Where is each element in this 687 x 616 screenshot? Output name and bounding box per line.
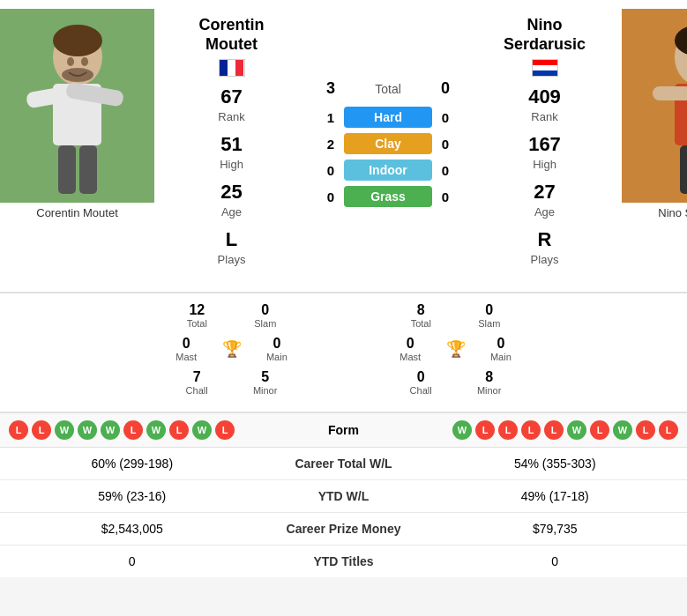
surface-score-left: 2	[317, 137, 344, 152]
stats-left-0: 60% (299-198)	[0, 456, 265, 471]
surface-row-clay: 2 Clay 0	[317, 133, 459, 154]
stats-right-3: 0	[423, 554, 688, 568]
svg-rect-5	[58, 145, 76, 194]
right-high: 167 High	[476, 133, 613, 172]
stats-right-1: 49% (17-18)	[423, 489, 688, 503]
extra-stats-row: 12 Total 0 Slam 0 Mast 🏆 0 Main	[0, 293, 687, 413]
form-badge-left-7: L	[169, 420, 189, 440]
left-mast: 0 Mast	[175, 336, 197, 362]
form-badge-left-6: W	[146, 420, 166, 440]
right-titles-slam: 8 Total 0 Slam	[387, 302, 524, 329]
left-chall: 7 Chall	[186, 369, 208, 396]
form-badge-right-1: L	[475, 420, 495, 440]
stats-left-2: $2,543,005	[0, 522, 265, 536]
right-main: 0 Main	[490, 336, 512, 362]
left-rank: 67 Rank	[163, 85, 300, 124]
surface-row-hard: 1 Hard 0	[317, 107, 459, 128]
stats-row-0: 60% (299-198) Career Total W/L 54% (355-…	[0, 448, 687, 480]
left-slam: 0 Slam	[254, 302, 276, 329]
stats-center-1: YTD W/L	[265, 489, 423, 503]
form-badge-right-0: W	[452, 420, 472, 440]
surface-row-indoor: 0 Indoor 0	[317, 160, 459, 181]
left-chall-minor: 7 Chall 5 Minor	[163, 369, 300, 396]
right-chall: 0 Chall	[410, 369, 432, 396]
form-badge-left-9: L	[215, 420, 235, 440]
surface-score-left: 1	[317, 110, 344, 125]
right-age: 27 Age	[476, 181, 613, 219]
form-badge-right-9: L	[659, 420, 678, 440]
surface-badge-indoor: Indoor	[344, 160, 432, 181]
form-badge-right-2: L	[498, 420, 518, 440]
left-minor: 5 Minor	[253, 369, 278, 396]
stats-left-1: 59% (23-16)	[0, 489, 265, 503]
left-player-silhouette	[0, 9, 154, 203]
left-total: 12 Total	[187, 302, 207, 329]
right-trophy-center: 🏆	[446, 336, 466, 362]
right-player-photo-wrapper: Nino Serdarusic	[622, 9, 687, 283]
stats-row-2: $2,543,005 Career Prize Money $79,735	[0, 513, 687, 545]
stats-right-2: $79,735	[423, 522, 688, 536]
surface-rows: 1 Hard 0 2 Clay 0 0 Indoor 0 0 Grass 0	[317, 107, 459, 212]
player-section: Corentin Moutet Corentin Moutet 67 Rank …	[0, 0, 687, 293]
svg-point-8	[67, 57, 74, 66]
surface-score-right: 0	[432, 189, 459, 204]
surface-score-right: 0	[432, 137, 459, 152]
right-player-stats: Nino Serdarusic 409 Rank 167 High 27	[467, 9, 622, 283]
form-badge-right-7: W	[613, 420, 632, 440]
trophy-icon: 🏆	[222, 339, 242, 359]
right-flag	[532, 59, 558, 77]
middle-spacer	[309, 299, 378, 406]
right-player-name: Nino Serdarusic	[504, 16, 586, 54]
main-container: Corentin Moutet Corentin Moutet 67 Rank …	[0, 0, 687, 577]
right-player-silhouette	[622, 9, 687, 203]
form-badge-right-8: L	[636, 420, 655, 440]
total-row: 3 Total 0	[317, 79, 459, 98]
stats-row-3: 0 YTD Titles 0	[0, 545, 687, 577]
surface-score-left: 0	[317, 189, 344, 204]
form-badge-left-1: L	[32, 420, 51, 440]
surface-badge-grass: Grass	[344, 186, 432, 207]
surface-badge-hard: Hard	[344, 107, 432, 128]
croatian-flag	[532, 59, 558, 77]
form-badge-right-4: L	[544, 420, 564, 440]
form-badge-left-2: W	[55, 420, 74, 440]
french-flag	[219, 59, 245, 77]
right-mast-main: 0 Mast 🏆 0 Main	[387, 336, 524, 362]
left-player-photo-wrapper: Corentin Moutet	[0, 9, 154, 283]
stats-center-0: Career Total W/L	[265, 456, 423, 471]
left-mast-main: 0 Mast 🏆 0 Main	[163, 336, 300, 362]
form-badge-left-8: W	[192, 420, 212, 440]
stats-table: 60% (299-198) Career Total W/L 54% (355-…	[0, 448, 687, 577]
form-badge-left-4: W	[101, 420, 120, 440]
surface-score-right: 0	[432, 163, 459, 178]
left-age: 25 Age	[163, 181, 300, 219]
svg-rect-16	[680, 145, 687, 194]
form-label: Form	[291, 423, 397, 437]
trophy-center: 🏆	[222, 336, 242, 362]
form-badge-left-5: L	[123, 420, 143, 440]
left-flag	[219, 59, 245, 77]
left-titles-slam: 12 Total 0 Slam	[163, 302, 300, 329]
stats-center-3: YTD Titles	[265, 554, 423, 568]
stats-right-0: 54% (355-303)	[423, 456, 688, 471]
form-right: WLLLLWLWLL	[397, 420, 679, 440]
svg-point-10	[62, 68, 93, 82]
surface-badge-clay: Clay	[344, 133, 432, 154]
svg-rect-14	[653, 86, 687, 100]
form-badge-left-3: W	[78, 420, 97, 440]
right-trophy-icon: 🏆	[446, 339, 466, 359]
right-minor: 8 Minor	[477, 369, 502, 396]
right-player-photo	[622, 9, 687, 203]
left-high: 51 High	[163, 133, 300, 172]
right-plays: R Plays	[476, 228, 613, 267]
stats-center-2: Career Prize Money	[265, 522, 423, 536]
right-photo-spacer	[533, 299, 687, 406]
surface-score-right: 0	[432, 110, 459, 125]
left-photo-spacer	[0, 299, 154, 406]
right-player-name-photo: Nino Serdarusic	[622, 203, 687, 223]
head-to-head: 3 Total 0 1 Hard 0 2 Clay 0 0 Indoor 0 0…	[309, 9, 467, 283]
surface-score-left: 0	[317, 163, 344, 178]
left-player-stats: Corentin Moutet 67 Rank 51 High 25 Ag	[154, 9, 309, 283]
stats-left-3: 0	[0, 554, 265, 568]
left-extra-stats: 12 Total 0 Slam 0 Mast 🏆 0 Main	[154, 299, 309, 406]
